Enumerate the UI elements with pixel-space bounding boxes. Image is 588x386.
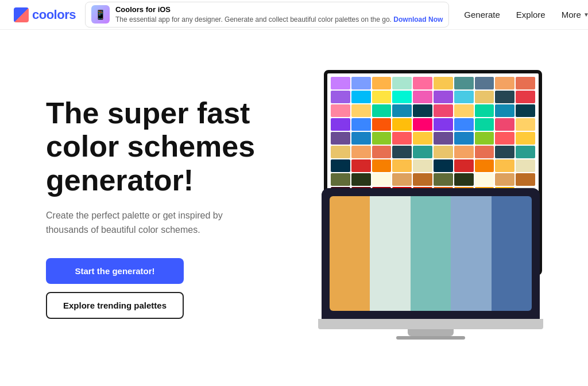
nav-more-button[interactable]: More ▼ xyxy=(556,6,588,23)
monitor-color-cell xyxy=(475,91,494,103)
monitor-color-cell xyxy=(351,91,371,103)
monitor-color-cell xyxy=(372,159,392,172)
monitor-color-cell xyxy=(413,132,432,145)
palette-color-column xyxy=(370,196,410,311)
monitor-color-cell xyxy=(434,132,453,145)
monitor-color-cell xyxy=(495,77,514,89)
monitor-color-cell xyxy=(372,77,392,89)
monitor-color-cell xyxy=(331,91,350,103)
monitor-color-cell xyxy=(351,118,371,131)
laptop-foot xyxy=(396,336,465,340)
ios-subtitle: The essential app for any designer. Gene… xyxy=(115,15,443,25)
monitor-color-cell xyxy=(413,104,432,117)
monitor-color-cell xyxy=(495,146,514,158)
monitor-color-cell xyxy=(413,146,432,158)
monitor-color-cell xyxy=(516,132,535,145)
explore-palettes-button[interactable]: Explore trending palettes xyxy=(46,292,184,319)
laptop-base xyxy=(318,319,543,329)
monitor-color-cell xyxy=(413,77,432,89)
monitor-color-cell xyxy=(413,159,432,172)
monitor-color-cell xyxy=(454,104,474,117)
monitor-color-cell xyxy=(331,104,350,117)
monitor-color-cell xyxy=(454,146,474,158)
logo[interactable]: coolors xyxy=(14,7,76,22)
monitor-color-cell xyxy=(516,77,535,89)
monitor-color-cell xyxy=(495,132,514,145)
nav-more-label: More xyxy=(562,10,581,20)
monitor-color-cell xyxy=(454,173,474,186)
monitor-color-cell xyxy=(516,118,535,131)
monitor-color-cell xyxy=(516,146,535,158)
monitor-color-cell xyxy=(351,77,371,89)
monitor-color-cell xyxy=(434,104,453,117)
laptop-palette xyxy=(330,196,532,311)
monitor-color-cell xyxy=(372,118,392,131)
monitor-color-cell xyxy=(434,173,453,186)
ios-download-link[interactable]: Download Now xyxy=(393,15,443,24)
monitor-color-cell xyxy=(495,118,514,131)
monitor-color-cell xyxy=(392,146,412,158)
monitor-color-cell xyxy=(475,173,494,186)
main-nav: Generate Explore More ▼ Sign in Sign up xyxy=(458,1,588,29)
monitor-color-cell xyxy=(475,132,494,145)
monitor-color-cell xyxy=(331,118,350,131)
hero-left: The super fast color schemes generator! … xyxy=(46,96,287,319)
monitor-color-cell xyxy=(413,173,432,186)
monitor-color-cell xyxy=(413,91,432,103)
hero-illustration: EXPLORE MAKE A PALETTE xyxy=(310,64,542,351)
palette-color-column xyxy=(411,196,451,311)
monitor-color-cell xyxy=(372,104,392,117)
monitor-color-cell xyxy=(434,146,453,158)
monitor-color-cell xyxy=(434,159,453,172)
monitor-color-cell xyxy=(516,91,535,103)
monitor-color-cell xyxy=(392,118,412,131)
monitor-color-cell xyxy=(331,77,350,89)
monitor-color-cell xyxy=(495,159,514,172)
monitor-color-cell xyxy=(331,146,350,158)
palette-color-column xyxy=(492,196,532,311)
nav-explore[interactable]: Explore xyxy=(510,6,551,23)
monitor-color-cell xyxy=(495,173,514,186)
monitor-color-cell xyxy=(372,173,392,186)
monitor-color-cell xyxy=(475,146,494,158)
monitor-color-cell xyxy=(495,104,514,117)
monitor-color-cell xyxy=(351,146,371,158)
monitor-color-cell xyxy=(372,146,392,158)
logo-text: coolors xyxy=(32,7,76,22)
ios-banner[interactable]: 📱 Coolors for iOS The essential app for … xyxy=(85,2,449,28)
hero-section: The super fast color schemes generator! … xyxy=(0,30,588,374)
monitor-color-cell xyxy=(475,159,494,172)
monitor-color-cell xyxy=(331,173,350,186)
nav-generate[interactable]: Generate xyxy=(458,6,506,23)
monitor-color-cell xyxy=(392,173,412,186)
monitor-color-cell xyxy=(454,132,474,145)
monitor-color-cell xyxy=(372,91,392,103)
monitor-color-cell xyxy=(351,159,371,172)
monitor-color-cell xyxy=(454,159,474,172)
laptop xyxy=(322,188,540,340)
laptop-stand xyxy=(408,329,454,336)
monitor-color-cell xyxy=(516,173,535,186)
ios-text: Coolors for iOS The essential app for an… xyxy=(115,5,443,25)
monitor-color-cell xyxy=(434,77,453,89)
monitor-color-cell xyxy=(454,91,474,103)
monitor-color-cell xyxy=(392,159,412,172)
monitor-color-cell xyxy=(351,104,371,117)
monitor-color-cell xyxy=(516,159,535,172)
hero-title: The super fast color schemes generator! xyxy=(46,96,287,197)
monitor-color-cell xyxy=(475,118,494,131)
monitor-color-cell xyxy=(392,77,412,89)
palette-color-column xyxy=(451,196,491,311)
monitor-color-cell xyxy=(434,91,453,103)
monitor-color-cell xyxy=(434,118,453,131)
monitor-color-cell xyxy=(454,77,474,89)
monitor-color-cell xyxy=(413,118,432,131)
start-generator-button[interactable]: Start the generator! xyxy=(46,258,184,284)
palette-color-column xyxy=(330,196,370,311)
monitor-color-cell xyxy=(351,132,371,145)
monitor-color-cell xyxy=(516,104,535,117)
logo-icon xyxy=(14,7,29,22)
laptop-screen xyxy=(322,188,540,319)
hero-subtitle: Create the perfect palette or get inspir… xyxy=(46,208,241,237)
monitor-color-cell xyxy=(392,104,412,117)
